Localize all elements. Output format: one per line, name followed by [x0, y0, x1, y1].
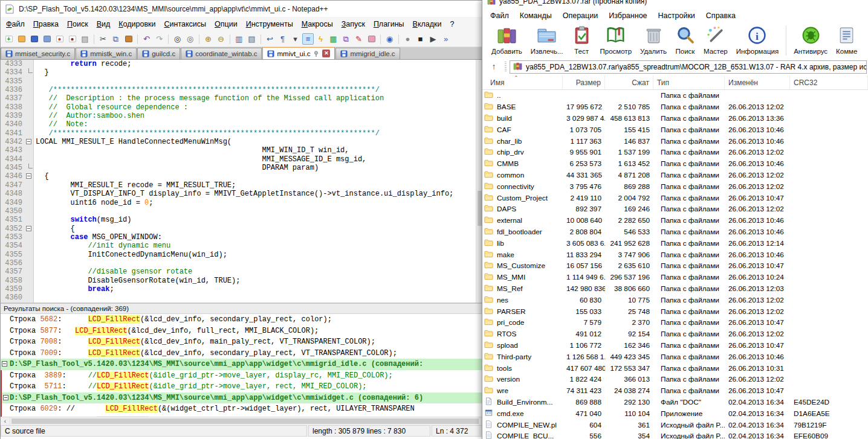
doc-switcher-icon[interactable]: ▦: [328, 33, 339, 45]
sync-scroll-v-icon[interactable]: ▥: [233, 33, 245, 45]
file-row[interactable]: spload1 106 772162 346Папка с файлами26.…: [482, 340, 868, 351]
file-row[interactable]: chip_drv9 955 9011 537 199Папка с файлам…: [482, 147, 868, 158]
show-symbols-caret-icon[interactable]: ▾: [290, 33, 301, 45]
delete-button[interactable]: Удалить: [636, 24, 671, 56]
file-row[interactable]: wre74 311 42324 038 274Папка с файлами26…: [482, 385, 868, 397]
rar-menu-item[interactable]: Операции: [557, 10, 603, 21]
file-row[interactable]: CMMB6 253 5731 613 452Папка с файлами26.…: [482, 158, 868, 170]
file-row[interactable]: RTOS491 01292 154Папка с файлами26.06.20…: [482, 328, 868, 340]
column-header-packed[interactable]: Сжат: [605, 75, 653, 89]
file-row[interactable]: connectivity3 795 476869 288Папка с файл…: [482, 181, 868, 192]
file-row[interactable]: nes60 83010 775Папка с файлами26.06.2013…: [482, 294, 868, 306]
notepadpp-titlebar[interactable]: D:\SP_Flash_Tool_v5.1420.03\1234\MS_MMI\…: [1, 1, 484, 17]
search-result-row[interactable]: Строка 7008: LCD_FillRect(&lcd_dev_info,…: [1, 336, 484, 348]
file-row[interactable]: COMPILE_BCU...556354Исходный файл P...02…: [482, 431, 868, 439]
macro-run-multi-icon[interactable]: »: [440, 33, 452, 45]
zoom-in-icon[interactable]: ⊕: [202, 33, 214, 45]
search-result-file-row[interactable]: D:\SP_Flash_Tool_v5.1420.03\1234\MS_MMI\…: [1, 359, 484, 370]
wizard-button[interactable]: Мастер: [699, 24, 732, 56]
file-row[interactable]: BASE17 995 6722 510 785Папка с файлами26…: [482, 101, 868, 113]
search-result-row[interactable]: Строка 5877: LCD_FillRect(&lcd_dev_info,…: [1, 325, 484, 337]
close-all-icon[interactable]: ●: [66, 33, 78, 45]
replace-icon[interactable]: ◎: [184, 33, 196, 45]
new-file-icon[interactable]: +: [3, 33, 15, 45]
sync-scroll-h-icon[interactable]: ▤: [246, 33, 257, 45]
code-editor[interactable]: 4333 return recode;4334 }43354336 /*****…: [1, 60, 484, 303]
fold-collapse-icon[interactable]: [2, 361, 7, 367]
npp-menu-item[interactable]: Файл: [2, 18, 29, 30]
info-button[interactable]: iИнформация: [732, 24, 783, 56]
archive-path-combobox[interactable]: ya855_PDA_12BW13.07.rar\ya855_spreadtrum…: [510, 60, 867, 74]
file-row[interactable]: lib3 605 083 6...241 952 628Папка с файл…: [482, 237, 868, 249]
file-row[interactable]: MS_Customize16 057 1562 635 610Папка с ф…: [482, 260, 868, 272]
npp-menu-item[interactable]: Кодировки: [114, 18, 160, 30]
search-result-row[interactable]: Строка 7009: LCD_FillRect(&lcd_dev_info,…: [1, 348, 484, 359]
macro-record-icon[interactable]: ●: [402, 33, 413, 45]
rar-menu-item[interactable]: Команды: [514, 10, 557, 21]
file-row[interactable]: COMPILE_NEW.pl604361Исходный файл P...02…: [482, 419, 868, 431]
npp-menu-item[interactable]: Плагины: [369, 18, 409, 30]
file-row[interactable]: fdl_bootloader2 808 804546 533Папка с фа…: [482, 226, 868, 238]
npp-menu-item[interactable]: Опции: [210, 18, 242, 30]
npp-menu-item[interactable]: Вкладки: [409, 18, 446, 30]
file-row[interactable]: tools417 607 480172 553 347Папка с файла…: [482, 362, 868, 374]
scroll-left-arrow-icon[interactable]: ‹: [1, 417, 10, 425]
fold-collapse-icon[interactable]: [26, 226, 31, 231]
edit-marker-icon[interactable]: ✎: [353, 33, 364, 45]
file-row[interactable]: cmd.exe471 040110 104Приложение02.04.201…: [482, 408, 868, 419]
column-header-type[interactable]: Тип: [653, 75, 725, 89]
file-row[interactable]: external10 008 6402 282 650Папка с файла…: [482, 215, 868, 226]
file-row[interactable]: Third-party1 126 568 1...449 423 345Папк…: [482, 351, 868, 362]
doc-map-icon[interactable]: ◉: [384, 33, 395, 45]
macro-play-icon[interactable]: ▶: [427, 33, 439, 45]
indent-guide-icon[interactable]: ≡: [302, 33, 314, 45]
file-row[interactable]: common44 331 3654 871 208Папка с файлами…: [482, 170, 868, 181]
macro-stop-icon[interactable]: ■: [415, 33, 426, 45]
cut-icon[interactable]: ✂: [97, 33, 109, 45]
rar-menu-item[interactable]: Файл: [485, 10, 514, 21]
pin-icon[interactable]: [313, 50, 320, 57]
up-one-level-button[interactable]: ↑: [486, 60, 502, 73]
add-button[interactable]: Добавить: [487, 24, 526, 56]
npp-menu-item[interactable]: Синтаксисы: [160, 18, 211, 30]
npp-menu-item[interactable]: Макросы: [297, 18, 337, 30]
redo-icon[interactable]: ↷: [154, 33, 165, 45]
close-tab-icon[interactable]: ✕: [322, 50, 330, 57]
npp-menu-item[interactable]: Поиск: [63, 18, 92, 30]
comment-button[interactable]: Комме: [832, 24, 861, 56]
npp-menu-item[interactable]: ?: [446, 18, 459, 30]
save-icon[interactable]: [28, 33, 40, 45]
rar-menu-item[interactable]: Избранное: [603, 10, 652, 21]
npp-menu-item[interactable]: Инструменты: [242, 18, 297, 30]
search-result-row[interactable]: Строка 5682: LCD_FillRect(&lcd_dev_info,…: [1, 314, 484, 325]
npp-menu-item[interactable]: Вид: [92, 18, 115, 30]
word-wrap-icon[interactable]: ↩: [264, 33, 276, 45]
file-row[interactable]: MS_Ref142 980 83638 806 660Папка с файла…: [482, 283, 868, 295]
copy-icon[interactable]: ⧉: [110, 33, 121, 45]
antivirus-button[interactable]: Антивирус: [789, 24, 832, 56]
print-icon[interactable]: ▤: [79, 33, 91, 45]
undo-icon[interactable]: ↶: [141, 33, 152, 45]
rar-menu-item[interactable]: Настройки: [653, 10, 701, 21]
file-row[interactable]: build3 029 987 4...458 613 813Папка с фа…: [482, 113, 868, 124]
tab-mmiset_security-c[interactable]: mmiset_security.c: [1, 48, 75, 59]
search-result-row[interactable]: Строка 3889: //LCD_FillRect(&idle_grid_p…: [1, 370, 484, 382]
fold-collapse-icon[interactable]: [3, 395, 8, 400]
file-row[interactable]: PARSER155 03325 748Папка с файлами26.06.…: [482, 306, 868, 317]
results-horizontal-scrollbar[interactable]: ‹: [1, 417, 484, 425]
search-result-file-row[interactable]: D:\SP_Flash_Tool_v5.1420.03\1234\MS_MMI\…: [1, 393, 484, 404]
fold-collapse-icon[interactable]: [26, 173, 31, 179]
column-header-modified[interactable]: Изменён: [725, 75, 790, 89]
workspace-folder-icon[interactable]: [366, 33, 377, 45]
open-folder-icon[interactable]: [16, 33, 27, 45]
extract-button[interactable]: Извлечь...: [526, 24, 568, 56]
file-row[interactable]: DAPS892 397169 246Папка с файлами26.06.2…: [482, 203, 868, 215]
fold-collapse-icon[interactable]: [26, 139, 31, 144]
file-row[interactable]: Build_Environm...869 888292 130Файл "DOC…: [482, 397, 868, 408]
tab-mmistk_win-c[interactable]: mmistk_win.c: [76, 48, 137, 59]
file-row[interactable]: Custom_Project2 419 1102 004 792Папка с …: [482, 192, 868, 203]
file-row[interactable]: MS_MMI1 114 949 6...296 537 196Папка с ф…: [482, 272, 868, 283]
column-header-crc32[interactable]: CRC32: [790, 75, 868, 89]
npp-menu-item[interactable]: Правка: [29, 18, 63, 30]
file-row[interactable]: ..Папка с файлами: [482, 90, 868, 101]
